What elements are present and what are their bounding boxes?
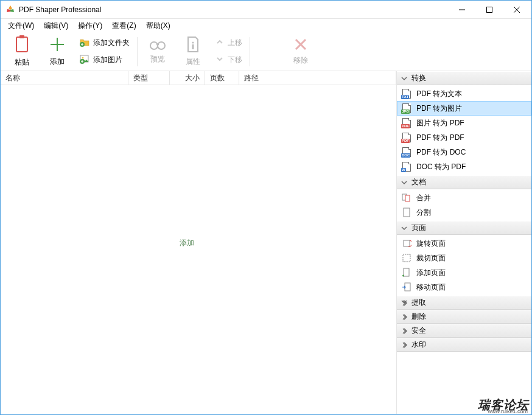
chevron-down-icon (401, 75, 408, 82)
paste-button[interactable]: 粘贴 (4, 34, 40, 69)
item-label: 裁切页面 (416, 253, 446, 263)
svg-rect-25 (404, 240, 410, 246)
side-panel: 转换 TXT PDF 转为文本 JPG PDF 转为图片 P (396, 71, 531, 414)
minimize-button[interactable] (448, 1, 475, 18)
close-button[interactable] (503, 1, 530, 18)
add-label: 添加 (50, 57, 65, 67)
chevron-down-icon (401, 180, 408, 186)
svg-rect-1 (486, 7, 492, 12)
section-convert-header[interactable]: 转换 (397, 71, 531, 85)
item-pdf-to-doc[interactable]: DOC PDF 转为 DOC (397, 145, 531, 159)
menu-help[interactable]: 帮助(X) (141, 19, 175, 32)
section-watermark-label: 水印 (411, 340, 426, 350)
item-label: PDF 转为图片 (416, 103, 462, 114)
svg-rect-26 (403, 254, 410, 262)
item-pdf-to-text[interactable]: TXT PDF 转为文本 (397, 86, 531, 101)
empty-hint-add[interactable]: 添加 (180, 237, 194, 248)
menu-edit[interactable]: 编辑(V) (39, 19, 73, 32)
column-name[interactable]: 名称 (1, 71, 128, 85)
section-document-header[interactable]: 文档 (397, 175, 531, 189)
crop-icon (402, 253, 411, 263)
item-doc-to-pdf[interactable]: W DOC 转为 PDF (397, 159, 531, 174)
section-security-header[interactable]: 安全 (397, 324, 531, 338)
separator (137, 37, 138, 66)
item-label: 合并 (416, 193, 431, 203)
svg-point-18 (192, 42, 194, 44)
menubar: 文件(W) 编辑(V) 操作(Y) 查看(Z) 帮助(X) (1, 19, 531, 32)
doc-icon: W (402, 162, 411, 172)
section-extract-label: 提取 (411, 298, 426, 308)
section-security-label: 安全 (411, 326, 426, 336)
window-title: PDF Shaper Professional (19, 5, 448, 14)
clipboard-icon (14, 35, 30, 55)
section-delete-label: 删除 (411, 312, 426, 322)
item-label: 旋转页面 (416, 239, 446, 249)
paste-label: 粘贴 (15, 57, 29, 68)
menu-view[interactable]: 查看(Z) (107, 19, 141, 32)
section-page-header[interactable]: 页面 (397, 221, 531, 235)
section-watermark-header[interactable]: 水印 (397, 338, 531, 352)
doc-icon: DOC (402, 147, 411, 157)
properties-button: 属性 (175, 34, 211, 69)
section-delete-header[interactable]: 删除 (397, 310, 531, 324)
chevron-right-icon (401, 300, 408, 306)
svg-rect-24 (404, 208, 410, 217)
section-document: 文档 合并 (397, 175, 531, 221)
item-image-to-pdf[interactable]: PDF 图片 转为 PDF (397, 116, 531, 130)
file-list-area: 名称 类型 大小 页数 路径 添加 (1, 71, 396, 414)
chevron-down-icon (401, 225, 408, 231)
remove-label: 移除 (293, 55, 308, 66)
page-move-icon (402, 282, 411, 292)
item-label: DOC 转为 PDF (416, 162, 466, 172)
rotate-icon (402, 239, 411, 248)
menu-file[interactable]: 文件(W) (3, 19, 39, 32)
glasses-icon (149, 38, 167, 52)
list-header: 名称 类型 大小 页数 路径 (1, 71, 396, 85)
item-pdf-to-image[interactable]: JPG PDF 转为图片 (397, 101, 531, 116)
add-button[interactable]: 添加 (40, 34, 75, 69)
pdf-icon: PDF (402, 133, 411, 142)
menu-action[interactable]: 操作(Y) (73, 19, 107, 32)
window-controls (448, 1, 530, 18)
add-image-button[interactable]: 添加图片 (77, 54, 132, 67)
txt-icon: TXT (402, 89, 411, 99)
column-type[interactable]: 类型 (128, 71, 170, 85)
section-extract-header[interactable]: 提取 (397, 296, 531, 310)
page-add-icon (402, 268, 411, 277)
column-pages[interactable]: 页数 (205, 71, 239, 85)
svg-rect-5 (19, 35, 24, 38)
svg-rect-19 (192, 44, 194, 49)
pdf-icon: PDF (402, 118, 411, 128)
maximize-button[interactable] (475, 1, 503, 18)
item-add-page[interactable]: 添加页面 (397, 265, 531, 280)
svg-point-17 (158, 42, 165, 49)
item-pdf-to-pdf[interactable]: PDF PDF 转为 PDF (397, 130, 531, 145)
add-folder-button[interactable]: 添加文件夹 (77, 37, 132, 50)
svg-rect-23 (405, 195, 410, 201)
document-info-icon (186, 36, 200, 55)
column-size[interactable]: 大小 (170, 71, 205, 85)
add-image-label: 添加图片 (93, 55, 122, 65)
section-page-label: 页面 (411, 223, 426, 233)
chevron-up-icon (215, 38, 224, 48)
item-split[interactable]: 分割 (397, 205, 531, 220)
move-group: 上移 下移 (211, 37, 247, 67)
item-rotate-page[interactable]: 旋转页面 (397, 236, 531, 251)
svg-rect-28 (405, 283, 410, 291)
section-page: 页面 旋转页面 (397, 221, 531, 296)
plus-icon (49, 36, 66, 55)
move-up-button: 上移 (213, 37, 245, 50)
item-crop-page[interactable]: 裁切页面 (397, 251, 531, 265)
add-group: 添加文件夹 添加图片 (75, 37, 135, 67)
chevron-right-icon (401, 328, 408, 334)
section-convert-label: 转换 (411, 73, 426, 83)
item-move-page[interactable]: 移动页面 (397, 280, 531, 295)
item-merge[interactable]: 合并 (397, 190, 531, 205)
move-up-label: 上移 (228, 38, 242, 48)
svg-point-12 (82, 57, 84, 59)
svg-rect-27 (404, 268, 409, 276)
properties-label: 属性 (186, 57, 200, 67)
x-icon (293, 37, 308, 54)
column-path[interactable]: 路径 (239, 71, 396, 85)
chevron-down-icon (215, 55, 224, 65)
